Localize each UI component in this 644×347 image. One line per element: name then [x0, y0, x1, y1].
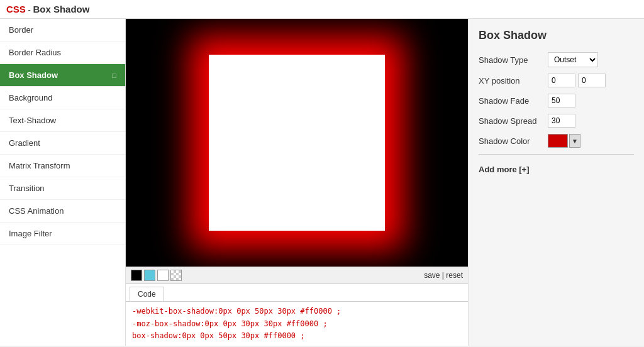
sidebar-item-border[interactable]: Border — [0, 19, 125, 41]
panel-title: Box Shadow — [479, 29, 634, 42]
shadow-spread-row: Shadow Spread — [479, 114, 634, 128]
swatch-blue[interactable] — [144, 270, 155, 281]
swatch-checker[interactable] — [170, 270, 182, 281]
add-more-button[interactable]: Add more [+] — [479, 165, 634, 174]
preview-area — [126, 19, 468, 267]
shadow-fade-input — [548, 94, 575, 107]
main-content: save | reset Code -webkit-box-shadow:0px… — [126, 19, 468, 346]
sidebar-item-background[interactable]: Background — [0, 87, 125, 109]
xy-position-row: XY position — [479, 74, 634, 87]
shadow-type-row: Shadow Type Outset Inset — [479, 52, 634, 67]
code-content: -webkit-box-shadow:0px 0px 50px 30px #ff… — [126, 301, 468, 346]
sidebar-item-image-filter[interactable]: Image Filter — [0, 223, 125, 245]
xy-inputs — [548, 74, 606, 87]
code-area: Code -webkit-box-shadow:0px 0px 50px 30p… — [126, 284, 468, 346]
shadow-type-label: Shadow Type — [479, 55, 548, 65]
color-picker-box: ▼ — [548, 134, 580, 148]
color-dropdown-button[interactable]: ▼ — [569, 134, 580, 148]
code-line-moz: -moz-box-shadow:0px 0px 30px 30px #ff000… — [132, 318, 462, 330]
sidebar-item-border-radius[interactable]: Border Radius — [0, 41, 125, 64]
sidebar-item-transition[interactable]: Transition — [0, 177, 125, 200]
shadow-fade-label: Shadow Fade — [479, 96, 548, 106]
preview-box — [209, 55, 385, 231]
header-separator: - — [26, 5, 33, 14]
sidebar-item-gradient[interactable]: Gradient — [0, 132, 125, 155]
code-line-webkit: -webkit-box-shadow:0px 0px 50px 30px #ff… — [132, 306, 462, 317]
separator: | — [440, 271, 447, 280]
sidebar-item-css-animation[interactable]: CSS Animation — [0, 200, 125, 223]
css-label: CSS — [6, 4, 26, 14]
save-button[interactable]: save — [424, 271, 440, 280]
swatch-white[interactable] — [157, 270, 169, 281]
header: CSS - Box Shadow — [0, 0, 644, 19]
right-panel: Box Shadow Shadow Type Outset Inset XY p… — [468, 19, 644, 346]
sidebar: Border Border Radius Box Shadow □ Backgr… — [0, 19, 126, 346]
shadow-color-label: Shadow Color — [479, 136, 548, 146]
color-swatch-control[interactable] — [548, 134, 568, 148]
shadow-fade-field[interactable] — [548, 94, 575, 107]
panel-divider — [479, 154, 634, 155]
shadow-type-input: Outset Inset — [548, 52, 598, 67]
color-swatches — [131, 270, 182, 281]
preview-bottom-bar: save | reset — [126, 267, 468, 284]
sidebar-item-text-shadow[interactable]: Text-Shadow — [0, 109, 125, 132]
main-layout: Border Border Radius Box Shadow □ Backgr… — [0, 19, 644, 346]
swatch-black[interactable] — [131, 270, 142, 281]
xy-x-input[interactable] — [548, 74, 575, 87]
sidebar-item-matrix-transform[interactable]: Matrix Transform — [0, 155, 125, 177]
sidebar-item-box-shadow[interactable]: Box Shadow □ — [0, 64, 125, 87]
page-title: Box Shadow — [33, 4, 89, 14]
save-reset-area: save | reset — [424, 271, 463, 280]
shadow-fade-row: Shadow Fade — [479, 94, 634, 107]
shadow-spread-label: Shadow Spread — [479, 116, 548, 126]
shadow-color-row: Shadow Color ▼ — [479, 134, 634, 148]
shadow-spread-input — [548, 114, 575, 128]
shadow-spread-field[interactable] — [548, 114, 575, 128]
xy-y-input[interactable] — [578, 74, 606, 87]
shadow-color-input: ▼ — [548, 134, 580, 148]
code-line-standard: box-shadow:0px 0px 50px 30px #ff0000 ; — [132, 330, 462, 342]
copy-icon[interactable]: □ — [112, 72, 116, 79]
xy-position-label: XY position — [479, 76, 548, 85]
code-tab[interactable]: Code — [130, 287, 164, 301]
reset-button[interactable]: reset — [446, 271, 463, 280]
shadow-type-select[interactable]: Outset Inset — [548, 52, 598, 67]
